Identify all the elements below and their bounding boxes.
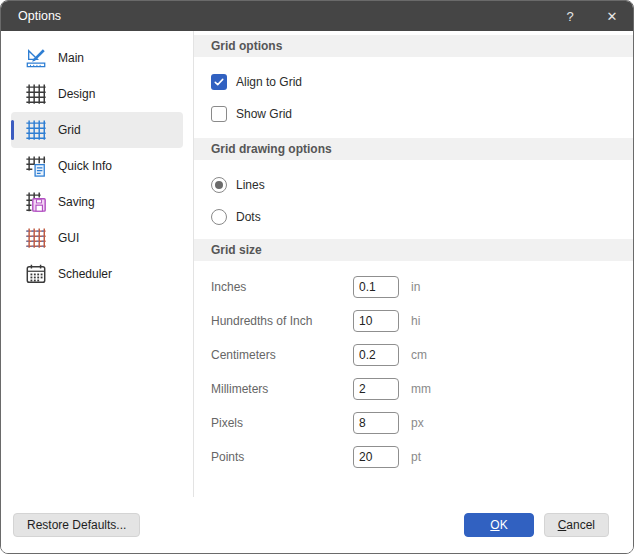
ok-label: OK bbox=[490, 518, 507, 532]
millimeters-unit: mm bbox=[411, 382, 431, 396]
ok-button[interactable]: OK bbox=[464, 513, 533, 537]
grid-blue-icon bbox=[25, 119, 47, 141]
points-input[interactable] bbox=[353, 446, 399, 468]
millimeters-input[interactable] bbox=[353, 378, 399, 400]
options-dialog: Options ? ✕ Main bbox=[0, 0, 634, 554]
cancel-label: Cancel bbox=[558, 518, 595, 532]
sidebar-item-label: Design bbox=[58, 87, 95, 101]
lines-radio-row[interactable]: Lines bbox=[194, 176, 633, 193]
points-row: Points pt bbox=[194, 446, 633, 468]
cancel-button[interactable]: Cancel bbox=[544, 513, 609, 537]
sidebar-item-scheduler[interactable]: Scheduler bbox=[11, 256, 183, 292]
centimeters-unit: cm bbox=[411, 348, 427, 362]
window-title: Options bbox=[1, 9, 61, 23]
align-to-grid-row[interactable]: Align to Grid bbox=[194, 73, 633, 90]
section-header-grid-drawing-options: Grid drawing options bbox=[194, 138, 633, 160]
lines-label: Lines bbox=[236, 178, 265, 192]
inches-unit: in bbox=[411, 280, 420, 294]
dots-label: Dots bbox=[236, 210, 261, 224]
sidebar-item-label: Saving bbox=[58, 195, 95, 209]
sidebar: Main Design bbox=[1, 31, 194, 497]
sidebar-item-quick-info[interactable]: Quick Info bbox=[11, 148, 183, 184]
show-grid-checkbox[interactable] bbox=[211, 106, 227, 122]
pixels-label: Pixels bbox=[211, 416, 353, 430]
grid-save-icon bbox=[25, 191, 47, 213]
sidebar-item-gui[interactable]: GUI bbox=[11, 220, 183, 256]
pixels-unit: px bbox=[411, 416, 424, 430]
sidebar-item-design[interactable]: Design bbox=[11, 76, 183, 112]
selected-accent-bar bbox=[11, 120, 14, 140]
points-unit: pt bbox=[411, 450, 421, 464]
hundredths-input[interactable] bbox=[353, 310, 399, 332]
section-header-grid-size: Grid size bbox=[194, 239, 633, 261]
centimeters-label: Centimeters bbox=[211, 348, 353, 362]
titlebar-buttons: ? ✕ bbox=[549, 1, 633, 31]
drafting-tools-icon bbox=[25, 47, 47, 69]
points-label: Points bbox=[211, 450, 353, 464]
restore-defaults-button[interactable]: Restore Defaults... bbox=[13, 513, 140, 537]
grid-red-icon bbox=[25, 227, 47, 249]
align-to-grid-checkbox[interactable] bbox=[211, 74, 227, 90]
grid-document-icon bbox=[25, 155, 47, 177]
footer: Restore Defaults... OK Cancel bbox=[1, 497, 633, 553]
pixels-row: Pixels px bbox=[194, 412, 633, 434]
settings-panel: Grid options Align to Grid Show Grid Gri… bbox=[194, 31, 633, 497]
hundredths-label: Hundredths of Inch bbox=[211, 314, 353, 328]
close-icon: ✕ bbox=[607, 9, 618, 24]
hundredths-unit: hi bbox=[411, 314, 420, 328]
sidebar-item-main[interactable]: Main bbox=[11, 40, 183, 76]
help-icon: ? bbox=[566, 9, 573, 24]
sidebar-item-label: Main bbox=[58, 51, 84, 65]
align-to-grid-label: Align to Grid bbox=[236, 75, 302, 89]
dots-radio[interactable] bbox=[211, 209, 227, 225]
lines-radio[interactable] bbox=[211, 177, 227, 193]
titlebar[interactable]: Options ? ✕ bbox=[1, 1, 633, 31]
section-header-grid-options: Grid options bbox=[194, 35, 633, 57]
sidebar-item-saving[interactable]: Saving bbox=[11, 184, 183, 220]
millimeters-label: Millimeters bbox=[211, 382, 353, 396]
centimeters-input[interactable] bbox=[353, 344, 399, 366]
inches-input[interactable] bbox=[353, 276, 399, 298]
sidebar-item-grid[interactable]: Grid bbox=[11, 112, 183, 148]
checkmark-icon bbox=[213, 76, 225, 88]
inches-row: Inches in bbox=[194, 276, 633, 298]
calendar-icon bbox=[25, 263, 47, 285]
dots-radio-row[interactable]: Dots bbox=[194, 208, 633, 225]
millimeters-row: Millimeters mm bbox=[194, 378, 633, 400]
sidebar-item-label: Grid bbox=[58, 123, 81, 137]
grid-dark-icon bbox=[25, 83, 47, 105]
centimeters-row: Centimeters cm bbox=[194, 344, 633, 366]
close-button[interactable]: ✕ bbox=[591, 1, 633, 31]
restore-defaults-label: Restore Defaults... bbox=[27, 518, 126, 532]
sidebar-item-label: Quick Info bbox=[58, 159, 112, 173]
hundredths-row: Hundredths of Inch hi bbox=[194, 310, 633, 332]
help-button[interactable]: ? bbox=[549, 1, 591, 31]
inches-label: Inches bbox=[211, 280, 353, 294]
pixels-input[interactable] bbox=[353, 412, 399, 434]
show-grid-row[interactable]: Show Grid bbox=[194, 105, 633, 122]
show-grid-label: Show Grid bbox=[236, 107, 292, 121]
sidebar-item-label: Scheduler bbox=[58, 267, 112, 281]
dialog-body: Main Design bbox=[1, 31, 633, 497]
sidebar-item-label: GUI bbox=[58, 231, 79, 245]
